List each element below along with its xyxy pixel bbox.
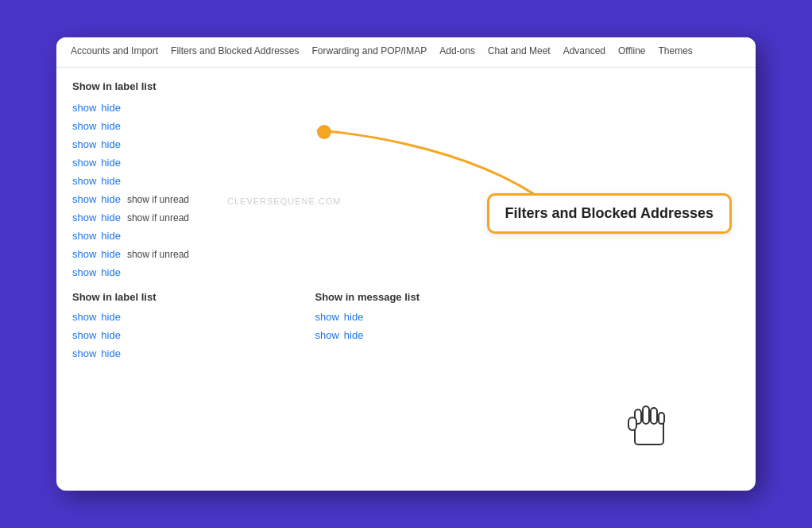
hide-link[interactable]: hide: [101, 329, 121, 341]
show-link[interactable]: show: [72, 175, 96, 187]
show-link[interactable]: show: [315, 329, 338, 341]
tab-filters[interactable]: Filters and Blocked Addresses: [164, 37, 305, 68]
hide-link[interactable]: hide: [101, 120, 121, 132]
hide-link[interactable]: hide: [101, 157, 121, 169]
show-link[interactable]: show: [72, 212, 96, 223]
tab-addons[interactable]: Add-ons: [433, 37, 481, 68]
hide-link[interactable]: hide: [344, 311, 364, 323]
svg-rect-2: [643, 406, 649, 424]
list-item: show hide: [315, 311, 420, 323]
list-item: show hide: [72, 311, 156, 323]
show-link[interactable]: show: [72, 230, 96, 242]
hide-link[interactable]: hide: [101, 311, 121, 323]
list-item: show hide: [72, 102, 740, 114]
show-link[interactable]: show: [72, 102, 96, 114]
list-item: show hide: [72, 329, 156, 341]
bottom-message-list-header: Show in message list: [315, 291, 420, 303]
list-item: show hide: [72, 347, 156, 359]
svg-rect-0: [635, 421, 663, 445]
browser-window: Accounts and Import Filters and Blocked …: [56, 37, 756, 491]
list-item: show hide: [72, 230, 740, 242]
show-link[interactable]: show: [315, 311, 338, 323]
hide-link[interactable]: hide: [101, 102, 121, 114]
svg-rect-5: [628, 417, 636, 430]
hide-link[interactable]: hide: [101, 347, 121, 359]
show-if-unread-label: show if unread: [127, 249, 189, 260]
hand-cursor-icon: [625, 398, 673, 454]
section-header-label-list: Show in label list: [72, 80, 740, 92]
list-item: show hide: [72, 120, 740, 132]
list-item: show hide show if unread: [72, 248, 740, 260]
tab-chat[interactable]: Chat and Meet: [481, 37, 557, 68]
tab-accounts[interactable]: Accounts and Import: [64, 37, 164, 68]
message-list-col: Show in message list show hide show hide: [315, 291, 420, 366]
list-item: show hide: [72, 175, 740, 187]
show-link[interactable]: show: [72, 138, 96, 150]
content-area: Show in label list show hide show hide s…: [56, 68, 756, 379]
hide-link[interactable]: hide: [101, 248, 121, 260]
hide-link[interactable]: hide: [344, 329, 364, 341]
tab-advanced[interactable]: Advanced: [557, 37, 612, 68]
bottom-label-list-header: Show in label list: [72, 291, 156, 303]
hide-link[interactable]: hide: [101, 193, 121, 205]
hide-link[interactable]: hide: [101, 138, 121, 150]
bottom-section: Show in label list show hide show hide s…: [72, 291, 740, 366]
hide-link[interactable]: hide: [101, 266, 121, 278]
show-link[interactable]: show: [72, 248, 96, 260]
tab-themes[interactable]: Themes: [652, 37, 698, 68]
hide-link[interactable]: hide: [101, 175, 121, 187]
show-if-unread-label: show if unread: [127, 194, 189, 205]
show-if-unread-label: show if unread: [127, 212, 189, 223]
list-item: show hide show if unread: [72, 193, 740, 205]
list-item: show hide: [315, 329, 420, 341]
tab-offline[interactable]: Offline: [612, 37, 652, 68]
show-link[interactable]: show: [72, 347, 96, 359]
show-link[interactable]: show: [72, 120, 96, 132]
list-item: show hide: [72, 157, 740, 169]
list-item: show hide: [72, 138, 740, 150]
tab-forwarding[interactable]: Forwarding and POP/IMAP: [305, 37, 433, 68]
show-link[interactable]: show: [72, 329, 96, 341]
show-link[interactable]: show: [72, 193, 96, 205]
label-list-col: Show in label list show hide show hide s…: [72, 291, 156, 366]
show-link[interactable]: show: [72, 157, 96, 169]
show-link[interactable]: show: [72, 266, 96, 278]
show-link[interactable]: show: [72, 311, 96, 323]
hide-link[interactable]: hide: [101, 230, 121, 242]
svg-rect-4: [659, 413, 664, 424]
nav-bar: Accounts and Import Filters and Blocked …: [56, 37, 756, 68]
list-item: show hide: [72, 266, 740, 278]
svg-rect-3: [651, 408, 657, 424]
svg-rect-1: [635, 410, 641, 424]
hide-link[interactable]: hide: [101, 212, 121, 223]
list-item: show hide show if unread: [72, 212, 740, 223]
